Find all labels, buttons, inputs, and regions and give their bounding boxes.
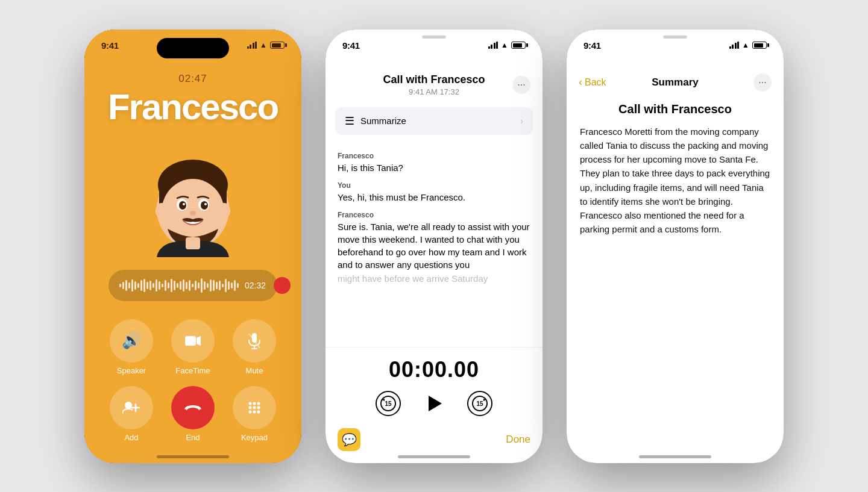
home-indicator-1	[157, 455, 229, 458]
home-indicator-2	[398, 455, 470, 458]
rewind-button[interactable]: 15	[376, 391, 401, 416]
svg-point-12	[204, 203, 207, 205]
playback-time: 00:00.00	[389, 357, 479, 382]
end-label: End	[186, 433, 200, 442]
dynamic-island-1	[157, 38, 229, 58]
add-person-icon	[122, 400, 140, 415]
playback-section: 00:00.00 15 15	[326, 347, 542, 423]
svg-point-27	[249, 406, 252, 409]
home-indicator-3	[639, 455, 711, 458]
mute-circle	[233, 319, 276, 363]
svg-point-28	[253, 406, 256, 409]
forward-icon: 15	[471, 395, 488, 412]
wifi-icon-3: ▲	[742, 41, 749, 49]
call-timer: 02:47	[178, 73, 207, 85]
call-screen: 9:41 ▲ 02:47 Francesco	[84, 30, 301, 463]
status-bar-3: 9:41 ▲	[567, 40, 784, 51]
summary-call-title: Call with Francesco	[580, 102, 770, 116]
svg-text:15: 15	[476, 400, 483, 407]
chat-button[interactable]: 💬	[338, 428, 360, 451]
speaker-button[interactable]: 🔊 Speaker	[106, 319, 157, 375]
svg-marker-16	[197, 336, 201, 346]
summary-body: Francesco Moretti from the moving compan…	[580, 125, 770, 237]
forward-button[interactable]: 15	[467, 391, 492, 416]
facetime-button[interactable]: FaceTime	[168, 319, 218, 375]
transcript-text-2: Sure is. Tania, we're all ready to assis…	[338, 220, 530, 271]
status-icons-2: ▲	[488, 41, 526, 49]
mute-label: Mute	[246, 366, 263, 375]
back-button[interactable]: ‹ Back	[579, 76, 606, 89]
memoji-svg	[133, 140, 253, 260]
memoji-avatar	[133, 134, 253, 260]
transcript-text-1: Yes, hi, this must be Francesco.	[338, 191, 530, 204]
chevron-right-icon: ›	[520, 116, 523, 126]
svg-point-31	[253, 410, 256, 413]
svg-rect-15	[185, 336, 196, 346]
battery-icon-1	[270, 42, 285, 49]
add-label: Add	[124, 433, 138, 442]
more-options-button[interactable]: ···	[512, 76, 530, 94]
transcript-screen: 9:41 ▲ Call with Francesco 9:41 AM 17:32…	[326, 30, 542, 463]
svg-rect-14	[186, 237, 200, 249]
svg-point-11	[183, 203, 185, 205]
waveform-time: 02:32	[245, 281, 268, 290]
status-bar-2: 9:41 ▲	[326, 40, 542, 51]
play-icon	[429, 396, 442, 411]
waveform	[119, 278, 239, 293]
status-icons-3: ▲	[729, 41, 767, 49]
wifi-icon-1: ▲	[260, 41, 267, 49]
waveform-bar: 02:32	[108, 270, 277, 301]
transcript-title: Call with Francesco	[338, 73, 530, 86]
play-button[interactable]	[420, 390, 448, 417]
status-icons-1: ▲	[247, 41, 285, 49]
phone-2: 9:41 ▲ Call with Francesco 9:41 AM 17:32…	[326, 30, 542, 463]
playback-controls: 15 15	[376, 390, 492, 417]
svg-point-29	[257, 406, 260, 409]
phone-1: 9:41 ▲ 02:47 Francesco	[84, 30, 301, 463]
svg-point-32	[257, 410, 260, 413]
transcript-content: Francesco Hi, is this Tania? You Yes, hi…	[326, 140, 542, 347]
svg-text:15: 15	[385, 400, 392, 407]
summarize-label: Summarize	[360, 116, 406, 126]
summary-screen: 9:41 ▲ ‹ Back Summary ···	[567, 30, 784, 463]
record-button[interactable]	[274, 277, 291, 294]
keypad-label: Keypad	[241, 433, 268, 442]
speaker-0: Francesco	[338, 152, 530, 160]
camera-icon	[184, 335, 201, 347]
svg-point-24	[249, 402, 252, 405]
summarize-left: ☰ Summarize	[345, 114, 406, 128]
speaker-circle: 🔊	[110, 319, 153, 363]
done-button[interactable]: Done	[506, 434, 530, 446]
phone-3: 9:41 ▲ ‹ Back Summary ···	[567, 30, 784, 463]
add-button[interactable]: Add	[106, 386, 157, 442]
summarize-row[interactable]: ☰ Summarize ›	[335, 107, 533, 135]
keypad-button[interactable]: Keypad	[229, 386, 280, 442]
call-buttons-grid: 🔊 Speaker FaceTime	[94, 319, 292, 442]
end-circle	[171, 386, 215, 429]
svg-point-21	[125, 402, 132, 409]
svg-point-9	[179, 201, 186, 210]
status-time-1: 9:41	[101, 40, 119, 51]
end-call-button[interactable]: End	[168, 386, 218, 442]
mute-button[interactable]: Mute	[229, 319, 280, 375]
signal-icon-3	[729, 42, 740, 49]
svg-point-26	[257, 402, 260, 405]
status-time-3: 9:41	[583, 40, 601, 51]
facetime-label: FaceTime	[175, 366, 210, 375]
back-chevron-icon: ‹	[579, 76, 582, 89]
speaker-label: Speaker	[117, 366, 146, 375]
end-call-icon	[183, 403, 203, 413]
svg-point-25	[253, 402, 256, 405]
facetime-circle	[171, 319, 215, 363]
svg-point-5	[156, 203, 168, 219]
wifi-icon-2: ▲	[501, 41, 508, 49]
caller-name: Francesco	[108, 86, 278, 128]
summary-more-button[interactable]: ···	[753, 73, 772, 92]
add-circle	[110, 386, 153, 429]
battery-icon-3	[752, 42, 767, 49]
svg-point-13	[190, 211, 196, 216]
svg-point-10	[201, 201, 208, 210]
rewind-icon: 15	[380, 395, 397, 412]
keypad-icon	[247, 400, 262, 415]
speaker-1: You	[338, 181, 530, 190]
